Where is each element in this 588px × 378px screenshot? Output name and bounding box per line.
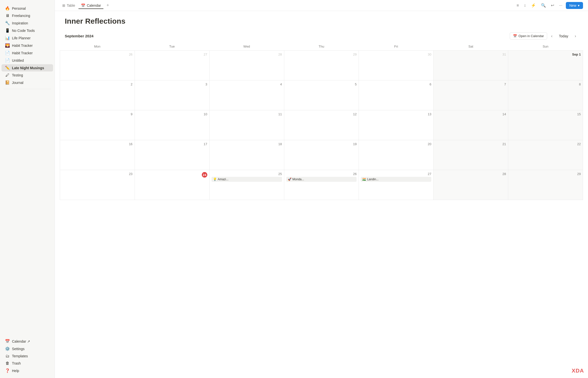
calendar-cell-w2-d5[interactable]: 6: [359, 80, 434, 110]
open-in-calendar-button[interactable]: 📅 Open in Calendar: [510, 32, 547, 40]
calendar-cell-w5-d1[interactable]: 23: [60, 170, 135, 200]
calendar-cell-w1-d2[interactable]: 27: [135, 51, 209, 80]
tab-add-button[interactable]: +: [104, 2, 111, 9]
sidebar-label-life-planner: Life Planner: [12, 36, 31, 40]
calendar-cell-w5-d7[interactable]: 29: [508, 170, 583, 200]
calendar-controls: September 2024 📅 Open in Calendar ‹ Toda…: [55, 32, 588, 43]
sidebar-item-inspiration[interactable]: 🔧Inspiration: [1, 19, 53, 27]
sidebar-item-no-code-tools[interactable]: 📱No Code Tools: [1, 27, 53, 34]
cal-day-num: 21: [436, 142, 506, 146]
calendar-cell-w1-d6[interactable]: 31: [434, 51, 508, 80]
calendar-event[interactable]: 🇮🇳Landin...: [361, 177, 431, 182]
cal-day-num: 28: [436, 172, 506, 176]
calendar-cell-w5-d5[interactable]: 27🇮🇳Landin...: [359, 170, 434, 200]
cal-day-num: 29: [286, 53, 357, 56]
tab-icon-table: ⊞: [62, 3, 65, 7]
calendar-cell-w1-d4[interactable]: 29: [284, 51, 359, 80]
calendar-container: MonTueWedThuFriSatSun 262728293031Sep 12…: [55, 43, 588, 378]
sort-button[interactable]: ↕: [522, 2, 527, 9]
calendar-cell-w5-d2[interactable]: 24: [135, 170, 209, 200]
cal-day-num: 14: [436, 112, 506, 116]
sidebar-item-journal[interactable]: 📔Journal: [1, 79, 53, 86]
sidebar-icon-habit-tracker-doc: 📄: [5, 51, 10, 55]
tab-table[interactable]: ⊞Table: [60, 2, 77, 9]
calendar-cell-w4-d3[interactable]: 18: [209, 140, 284, 170]
calendar-cell-w2-d1[interactable]: 2: [60, 80, 135, 110]
calendar-cell-w4-d6[interactable]: 21: [434, 140, 508, 170]
calendar-cell-w2-d7[interactable]: 8: [508, 80, 583, 110]
calendar-cell-w4-d2[interactable]: 17: [135, 140, 209, 170]
sidebar-icon-late-night-musings: ✏️: [5, 65, 10, 70]
sidebar-label-no-code-tools: No Code Tools: [12, 29, 35, 33]
tab-calendar[interactable]: 📅Calendar: [78, 2, 103, 9]
sidebar-item-freelancing[interactable]: 🖥Freelancing: [1, 12, 53, 19]
sidebar-icon-trash: 🗑: [5, 361, 10, 366]
calendar-week-1: 262728293031Sep 1: [60, 51, 583, 80]
sidebar-item-personal[interactable]: 🔥Personal: [1, 5, 53, 12]
cal-day-num: 17: [137, 142, 207, 146]
calendar-cell-w1-d3[interactable]: 28: [209, 51, 284, 80]
sidebar-item-life-planner[interactable]: 📊Life Planner: [1, 34, 53, 42]
calendar-cell-w2-d2[interactable]: 3: [135, 80, 209, 110]
sidebar-label-inspiration: Inspiration: [12, 21, 28, 25]
calendar-cell-w1-d1[interactable]: 26: [60, 51, 135, 80]
new-button[interactable]: New▾: [566, 2, 583, 9]
sidebar-item-habit-tracker-doc[interactable]: 📄Habit Tracker: [1, 49, 53, 57]
lightning-button[interactable]: ⚡: [529, 2, 537, 9]
undo-button[interactable]: ↩: [549, 2, 556, 9]
calendar-week-2: 2345678: [60, 80, 583, 110]
filter-button[interactable]: ≡: [515, 2, 520, 9]
cal-day-num: 10: [137, 112, 207, 116]
calendar-cell-w3-d2[interactable]: 10: [135, 110, 209, 140]
sidebar-item-trash[interactable]: 🗑Trash: [1, 360, 53, 367]
calendar-cell-w5-d6[interactable]: 28: [434, 170, 508, 200]
cal-day-num: 29: [510, 172, 581, 176]
cal-day-num: 16: [62, 142, 133, 146]
calendar-week-3: 9101112131415: [60, 110, 583, 140]
calendar-cell-w1-d5[interactable]: 30: [359, 51, 434, 80]
sidebar-icon-testing: 🖊: [5, 73, 10, 77]
calendar-cell-w3-d1[interactable]: 9: [60, 110, 135, 140]
cal-day-num: 27: [137, 53, 207, 56]
sidebar-item-habit-tracker-emoji[interactable]: 🌄Habit Tracker: [1, 42, 53, 49]
more-button[interactable]: ···: [558, 2, 564, 9]
sidebar-item-late-night-musings[interactable]: ✏️Late Night Musings: [1, 64, 53, 71]
calendar-event[interactable]: 🚀Monda...: [286, 177, 357, 182]
calendar-event[interactable]: 💡Amazi...: [212, 177, 282, 182]
calendar-cell-w2-d3[interactable]: 4: [209, 80, 284, 110]
calendar-cell-w2-d4[interactable]: 5: [284, 80, 359, 110]
cal-day-num: 30: [361, 53, 431, 56]
search-button[interactable]: 🔍: [539, 2, 547, 9]
sidebar-label-late-night-musings: Late Night Musings: [12, 66, 44, 70]
calendar-cell-w4-d5[interactable]: 20: [359, 140, 434, 170]
sidebar-icon-settings: ⚙️: [5, 346, 10, 351]
main-content: ⊞Table📅Calendar+≡↕⚡🔍↩···New▾ Inner Refle…: [55, 0, 588, 378]
calendar-cell-w4-d7[interactable]: 22: [508, 140, 583, 170]
sidebar-item-untitled[interactable]: 📄Untitled: [1, 57, 53, 64]
calendar-cell-w2-d6[interactable]: 7: [434, 80, 508, 110]
calendar-prev-button[interactable]: ‹: [549, 33, 554, 39]
calendar-cell-w3-d5[interactable]: 13: [359, 110, 434, 140]
cal-day-num: 31: [436, 53, 506, 56]
calendar-today-button[interactable]: Today: [556, 33, 571, 39]
cal-day-num: 12: [286, 112, 357, 116]
sidebar-item-help[interactable]: ❓Help: [1, 367, 53, 374]
calendar-cell-w3-d7[interactable]: 15: [508, 110, 583, 140]
calendar-cell-w3-d4[interactable]: 12: [284, 110, 359, 140]
calendar-next-button[interactable]: ›: [573, 33, 578, 39]
sidebar-divider: [3, 89, 51, 89]
calendar-cell-w3-d3[interactable]: 11: [209, 110, 284, 140]
calendar-cell-w4-d4[interactable]: 19: [284, 140, 359, 170]
calendar-cell-w4-d1[interactable]: 16: [60, 140, 135, 170]
sidebar-item-templates[interactable]: 🗂Templates: [1, 353, 53, 360]
calendar-cell-w5-d3[interactable]: 25💡Amazi...: [209, 170, 284, 200]
event-label: Monda...: [293, 178, 304, 181]
sidebar-item-testing[interactable]: 🖊Testing: [1, 72, 53, 79]
sidebar-item-calendar[interactable]: 📅Calendar ↗: [1, 338, 53, 345]
tab-label-calendar: Calendar: [87, 3, 101, 7]
sidebar-item-settings[interactable]: ⚙️Settings: [1, 345, 53, 352]
calendar-cell-w5-d4[interactable]: 26🚀Monda...: [284, 170, 359, 200]
calendar-cell-w1-d7[interactable]: Sep 1: [508, 51, 583, 80]
calendar-cell-w3-d6[interactable]: 14: [434, 110, 508, 140]
cal-day-num: 26: [286, 172, 357, 176]
